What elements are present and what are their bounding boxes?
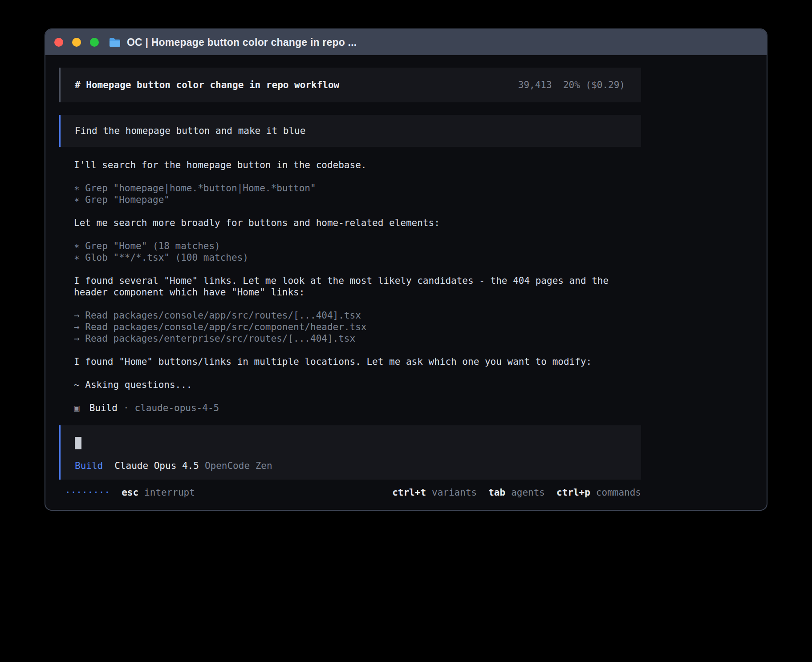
conversation: I'll search for the homepage button in t… [59, 159, 641, 414]
hint-commands: ctrl+p commands [556, 487, 641, 498]
agent-name: Build [89, 402, 118, 414]
minimize-button[interactable] [72, 38, 81, 47]
assistant-text: I'll search for the homepage button in t… [74, 159, 641, 171]
window-title: OC | Homepage button color change in rep… [127, 36, 357, 48]
assistant-text: I found "Home" buttons/links in multiple… [74, 356, 641, 367]
badge-separator: · [123, 402, 129, 414]
session-title: # Homepage button color change in repo w… [75, 79, 339, 91]
tool-call-group: ∗ Grep "Home" (18 matches) ∗ Glob "**/*.… [74, 240, 641, 263]
hint-variants: ctrl+t variants [392, 487, 477, 498]
esc-key-hint: esc [122, 487, 138, 498]
agent-icon: ▣ [74, 402, 80, 414]
spinner-icon: ········ [65, 487, 110, 498]
input-meta: Build Claude Opus 4.5 OpenCode Zen [75, 460, 627, 472]
file-read-line: → Read packages/enterprise/src/routes/[.… [74, 333, 641, 344]
hint-agents: tab agents [488, 487, 545, 498]
tool-call-line: ∗ Glob "**/*.tsx" (100 matches) [74, 252, 641, 263]
user-message-block: Find the homepage button and make it blu… [59, 115, 641, 147]
file-read-line: → Read packages/console/app/src/componen… [74, 321, 641, 333]
prompt-input[interactable]: Build Claude Opus 4.5 OpenCode Zen [59, 425, 641, 480]
session-stats: 39,413 20% ($0.29) [518, 79, 625, 91]
titlebar[interactable]: OC | Homepage button color change in rep… [45, 29, 767, 55]
tool-call-line: ∗ Grep "Homepage" [74, 194, 641, 206]
file-read-group: → Read packages/console/app/src/routes/[… [74, 310, 641, 344]
tool-call-group: ∗ Grep "homepage|home.*button|Home.*butt… [74, 182, 641, 206]
agent-badge: ▣ Build · claude-opus-4-5 [74, 402, 641, 414]
traffic-lights [54, 38, 99, 47]
status-line: ~ Asking questions... [74, 379, 641, 391]
hint-key: ctrl+p [556, 487, 590, 498]
status-bar-right: ctrl+t variants tab agents ctrl+p comman… [392, 487, 641, 498]
text-cursor [75, 437, 81, 449]
agent-mode-label[interactable]: Build [75, 460, 103, 472]
hint-label: commands [596, 487, 641, 498]
hint-key: tab [488, 487, 505, 498]
hint-label: agents [511, 487, 545, 498]
tool-call-line: ∗ Grep "Home" (18 matches) [74, 240, 641, 252]
session-header: # Homepage button color change in repo w… [59, 68, 641, 102]
model-label[interactable]: Claude Opus 4.5 [114, 460, 199, 472]
assistant-text: Let me search more broadly for buttons a… [74, 217, 641, 229]
provider-label: OpenCode Zen [205, 460, 272, 472]
esc-key-label: interrupt [144, 487, 195, 498]
folder-icon [109, 37, 121, 48]
user-message-text: Find the homepage button and make it blu… [75, 125, 305, 137]
close-button[interactable] [54, 38, 63, 47]
agent-model: claude-opus-4-5 [135, 402, 219, 414]
hint-label: variants [432, 487, 477, 498]
status-bar-left: ········ esc interrupt [65, 487, 195, 498]
tool-call-line: ∗ Grep "homepage|home.*button|Home.*butt… [74, 182, 641, 194]
assistant-text: I found several "Home" links. Let me loo… [74, 275, 641, 298]
terminal-content: # Homepage button color change in repo w… [45, 55, 767, 498]
zoom-button[interactable] [90, 38, 99, 47]
status-bar: ········ esc interrupt ctrl+t variants t… [59, 487, 641, 498]
terminal-window: OC | Homepage button color change in rep… [45, 28, 767, 511]
file-read-line: → Read packages/console/app/src/routes/[… [74, 310, 641, 321]
hint-key: ctrl+t [392, 487, 426, 498]
